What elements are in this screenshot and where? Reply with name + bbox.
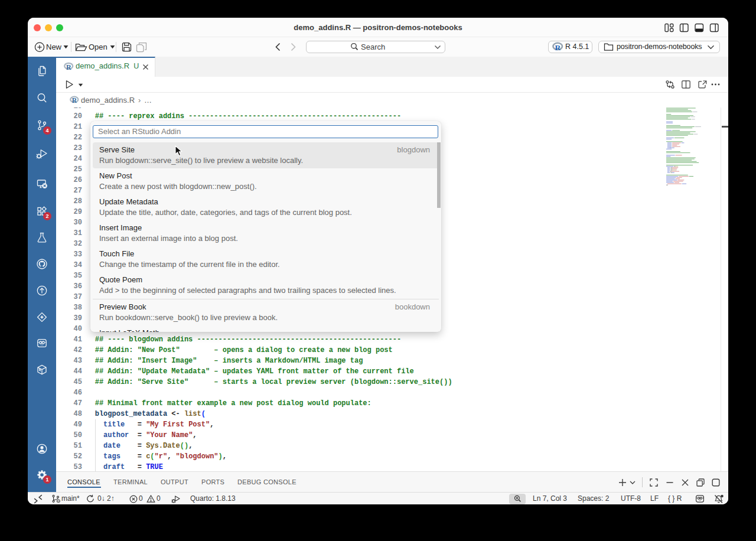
svg-text:R: R: [555, 43, 561, 52]
svg-text:R: R: [66, 63, 71, 71]
svg-text:R: R: [72, 97, 77, 104]
